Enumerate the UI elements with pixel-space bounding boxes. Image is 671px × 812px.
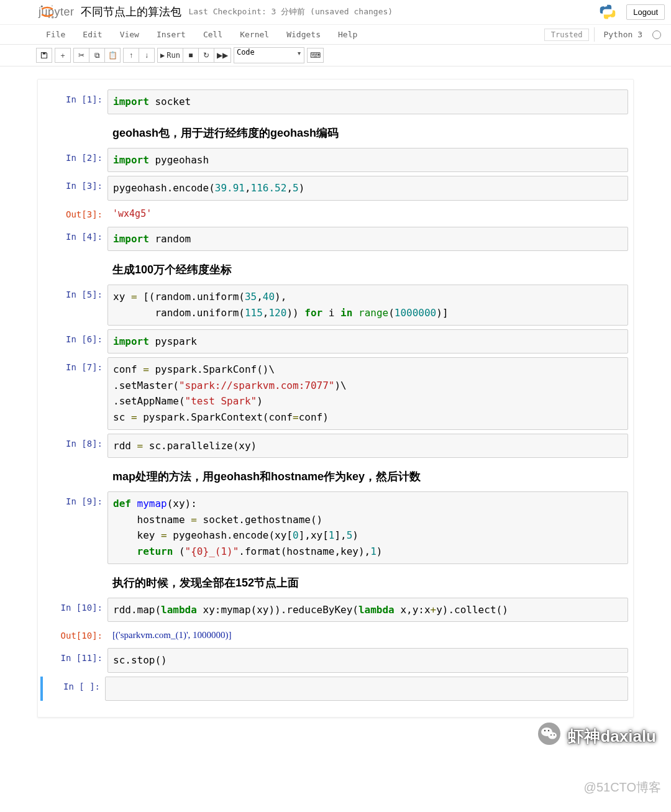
prompt-empty xyxy=(43,255,107,281)
code-cell[interactable]: In [10]:rdd.map(lambda xy:mymap(xy)).red… xyxy=(43,598,628,623)
input-prompt: In [2]: xyxy=(43,148,107,173)
input-prompt: In [9]: xyxy=(43,491,107,563)
menu-item-insert[interactable]: Insert xyxy=(148,27,194,42)
markdown-heading: 执行的时候，发现全部在152节点上面 xyxy=(107,573,628,593)
code-cell[interactable]: In [11]:sc.stop() xyxy=(43,648,628,673)
svg-point-2 xyxy=(52,5,53,6)
menu-bar: FileEditViewInsertCellKernelWidgetsHelp … xyxy=(0,24,671,45)
input-prompt: In [6]: xyxy=(43,329,107,354)
restart-icon: ↻ xyxy=(203,51,209,60)
input-prompt: In [3]: xyxy=(43,176,107,201)
code-input[interactable]: import pygeohash xyxy=(107,148,628,173)
copy-button[interactable]: ⧉ xyxy=(89,48,105,63)
markdown-cell[interactable]: geohash包，用于进行经纬度的geohash编码 xyxy=(43,118,628,144)
output-cell: Out[10]:[('sparkvm.com_(1)', 1000000)] xyxy=(43,626,628,644)
svg-point-1 xyxy=(52,16,54,19)
cut-button[interactable]: ✂ xyxy=(73,48,89,63)
code-input[interactable] xyxy=(105,677,628,701)
kernel-name[interactable]: Python 3 xyxy=(594,27,649,42)
run-label: Run xyxy=(167,51,180,60)
svg-point-11 xyxy=(550,734,552,736)
jupyter-planet-icon xyxy=(39,3,56,21)
output-text: 'wx4g5' xyxy=(107,204,628,223)
svg-point-3 xyxy=(605,6,606,7)
code-input[interactable]: import pyspark xyxy=(107,329,628,354)
svg-point-10 xyxy=(548,730,549,731)
code-input[interactable]: pygeohash.encode(39.91,116.52,5) xyxy=(107,176,628,201)
stop-icon: ■ xyxy=(188,51,193,60)
code-cell[interactable]: In [8]:rdd = sc.parallelize(xy) xyxy=(43,434,628,458)
move-down-button[interactable]: ↓ xyxy=(139,48,155,63)
cell-type-select[interactable]: Code xyxy=(234,47,304,63)
save-button[interactable] xyxy=(36,48,52,63)
play-icon: ▶ xyxy=(160,51,165,60)
code-cell[interactable]: In [1]:import socket xyxy=(43,89,628,114)
code-input[interactable]: rdd = sc.parallelize(xy) xyxy=(107,434,628,458)
notebook-container: In [1]:import socketgeohash包，用于进行经纬度的geo… xyxy=(37,79,634,718)
move-up-button[interactable]: ↑ xyxy=(123,48,139,63)
restart-run-all-button[interactable]: ▶▶ xyxy=(214,48,231,63)
code-input[interactable]: xy = [(random.uniform(35,40), random.uni… xyxy=(107,285,628,325)
markdown-cell[interactable]: 生成100万个经纬度坐标 xyxy=(43,255,628,281)
code-cell[interactable]: In [4]:import random xyxy=(43,227,628,252)
restart-button[interactable]: ↻ xyxy=(198,48,214,63)
menu-item-help[interactable]: Help xyxy=(329,27,366,42)
menu-item-file[interactable]: File xyxy=(37,27,74,42)
code-cell[interactable]: In [ ]: xyxy=(40,677,628,701)
save-icon xyxy=(40,52,48,59)
svg-rect-5 xyxy=(43,53,46,55)
svg-point-0 xyxy=(41,6,43,7)
svg-point-9 xyxy=(544,730,545,731)
markdown-cell[interactable]: 执行的时候，发现全部在152节点上面 xyxy=(43,568,628,594)
code-cell[interactable]: In [6]:import pyspark xyxy=(43,329,628,354)
code-input[interactable]: def mymap(xy): hostname = socket.gethost… xyxy=(107,491,628,563)
code-input[interactable]: import socket xyxy=(107,89,628,114)
trusted-indicator[interactable]: Trusted xyxy=(544,29,590,41)
input-prompt: In [4]: xyxy=(43,227,107,252)
code-cell[interactable]: In [9]:def mymap(xy): hostname = socket.… xyxy=(43,491,628,563)
plus-icon: ＋ xyxy=(59,50,66,61)
menu-item-cell[interactable]: Cell xyxy=(194,27,231,42)
jupyter-page: jupyter 不同节点上的算法包 Last Checkpoint: 3 分钟前… xyxy=(0,0,671,812)
markdown-cell[interactable]: map处理的方法，用geohash和hostname作为key，然后计数 xyxy=(43,462,628,488)
copy-icon: ⧉ xyxy=(94,51,100,60)
input-prompt: In [11]: xyxy=(43,648,107,673)
menu-item-widgets[interactable]: Widgets xyxy=(278,27,329,42)
input-prompt: In [ ]: xyxy=(43,677,105,701)
prompt-empty xyxy=(43,118,107,144)
run-button[interactable]: ▶ Run xyxy=(157,48,183,63)
command-palette-button[interactable]: ⌨ xyxy=(307,48,324,63)
kernel-status-icon xyxy=(652,30,661,39)
kernel-python-icon xyxy=(599,3,616,21)
fast-forward-icon: ▶▶ xyxy=(217,51,228,60)
svg-point-8 xyxy=(548,732,557,739)
menu-item-kernel[interactable]: Kernel xyxy=(231,27,278,42)
arrow-up-icon: ↑ xyxy=(129,51,133,60)
paste-button[interactable]: 📋 xyxy=(104,48,121,63)
input-prompt: In [8]: xyxy=(43,434,107,458)
prompt-empty xyxy=(43,462,107,488)
code-cell[interactable]: In [7]:conf = pyspark.SparkConf()\ .setM… xyxy=(43,357,628,429)
jupyter-logo[interactable]: jupyter xyxy=(6,3,75,21)
code-input[interactable]: conf = pyspark.SparkConf()\ .setMaster("… xyxy=(107,357,628,429)
svg-point-4 xyxy=(609,17,611,18)
logout-button[interactable]: Logout xyxy=(626,4,665,20)
code-input[interactable]: rdd.map(lambda xy:mymap(xy)).reduceByKey… xyxy=(107,598,628,623)
menu-item-edit[interactable]: Edit xyxy=(74,27,111,42)
code-input[interactable]: import random xyxy=(107,227,628,252)
code-cell[interactable]: In [3]:pygeohash.encode(39.91,116.52,5) xyxy=(43,176,628,201)
code-cell[interactable]: In [2]:import pygeohash xyxy=(43,148,628,173)
notebook-title[interactable]: 不同节点上的算法包 xyxy=(81,4,181,19)
add-cell-button[interactable]: ＋ xyxy=(55,48,71,63)
code-cell[interactable]: In [5]:xy = [(random.uniform(35,40), ran… xyxy=(43,285,628,325)
input-prompt: In [10]: xyxy=(43,598,107,623)
clipboard-icon: 📋 xyxy=(108,51,117,60)
output-prompt: Out[10]: xyxy=(43,626,107,644)
header: jupyter 不同节点上的算法包 Last Checkpoint: 3 分钟前… xyxy=(0,0,671,21)
prompt-empty xyxy=(43,568,107,594)
output-prompt: Out[3]: xyxy=(43,204,107,223)
menu-item-view[interactable]: View xyxy=(111,27,148,42)
input-prompt: In [1]: xyxy=(43,89,107,114)
code-input[interactable]: sc.stop() xyxy=(107,648,628,673)
interrupt-button[interactable]: ■ xyxy=(183,48,199,63)
